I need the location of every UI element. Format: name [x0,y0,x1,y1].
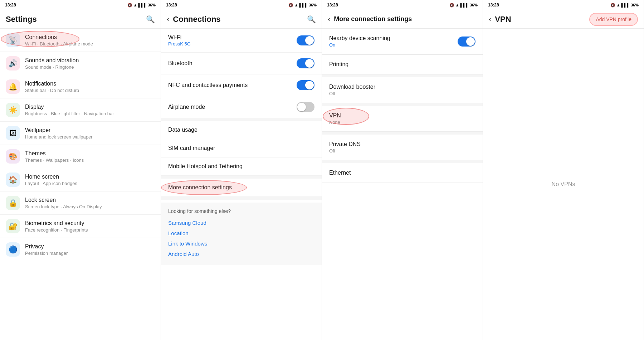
settings-item-display[interactable]: ☀️ Display Brightness · Blue light filte… [0,98,161,122]
settings-item-homescreen[interactable]: 🏠 Home screen Layout · App icon badges [0,168,161,191]
lockscreen-title: Lock screen [25,196,155,204]
privacy-icon: 🔵 [6,242,20,257]
add-vpn-profile-button[interactable]: Add VPN profile [589,13,638,26]
more-text: More connection settings [168,184,314,191]
sounds-title: Sounds and vibration [25,57,155,64]
top-bar-more: ‹ More connection settings [322,10,483,29]
vpn-subtitle: None [329,120,475,125]
panel-vpn: 13:28 🔇 ▲ ▌▌▌ 36% ‹ VPN Add VPN profile … [483,0,644,340]
p3-ethernet[interactable]: Ethernet [322,163,483,183]
mute-icon-4: 🔇 [610,3,615,8]
battery-2: 36% [309,3,317,7]
section-divider-3 [322,132,483,135]
conn-nfc[interactable]: NFC and contactless payments [161,74,322,96]
hotspot-title: Mobile Hotspot and Tethering [168,163,314,170]
conn-hotspot[interactable]: Mobile Hotspot and Tethering [161,157,322,176]
simcard-title: SIM card manager [168,145,314,151]
panel-connections: 13:28 🔇 ▲ ▌▌▌ 36% ‹ Connections 🔍 Wi-Fi … [161,0,322,340]
lockscreen-text: Lock screen Screen lock type · Always On… [25,196,155,210]
wifi-toggle[interactable] [297,35,314,45]
wifi-title: Wi-Fi [168,34,297,41]
conn-bluetooth[interactable]: Bluetooth [161,53,322,74]
conn-more[interactable]: More connection settings [161,179,322,197]
airplane-title: Airplane mode [168,104,297,110]
nfc-title: NFC and contactless payments [168,82,297,88]
nearby-toggle[interactable] [458,37,475,47]
divider-1 [161,118,322,121]
conn-airplane[interactable]: Airplane mode [161,96,322,118]
themes-title: Themes [25,150,155,157]
connections-list: Wi-Fi PressK 5G Bluetooth NFC and contac… [161,29,322,340]
nfc-toggle[interactable] [297,80,314,90]
settings-item-sounds[interactable]: 🔊 Sounds and vibration Sound mode · Ring… [0,52,161,75]
settings-item-lockscreen[interactable]: 🔒 Lock screen Screen lock type · Always … [0,191,161,215]
looking-title: Looking for something else? [168,208,314,214]
simcard-text: SIM card manager [168,145,314,151]
sounds-text: Sounds and vibration Sound mode · Ringto… [25,57,155,70]
biometrics-icon: 🔐 [6,219,20,233]
notifications-title: Notifications [25,80,155,88]
status-bar-4: 13:28 🔇 ▲ ▌▌▌ 36% [483,0,644,10]
search-icon-connections[interactable]: 🔍 [307,15,316,24]
conn-simcard[interactable]: SIM card manager [161,139,322,157]
more-title: More connection settings [168,184,314,191]
biometrics-text: Biometrics and security Face recognition… [25,220,155,233]
settings-item-privacy[interactable]: 🔵 Privacy Permission manager [0,238,161,261]
link-location[interactable]: Location [168,228,314,238]
p3-vpn[interactable]: VPN None [322,106,483,132]
connections-subtitle: Wi-Fi · Bluetooth · Airplane mode [25,41,155,47]
panel-settings: 13:28 🔇 ▲ ▌▌▌ 36% Settings 🔍 📡 Connectio… [0,0,161,340]
settings-list: 📡 Connections Wi-Fi · Bluetooth · Airpla… [0,29,161,340]
vpn-title: VPN [329,112,475,119]
settings-item-notifications[interactable]: 🔔 Notifications Status bar · Do not dist… [0,75,161,98]
wallpaper-title: Wallpaper [25,127,155,134]
themes-text: Themes Themes · Wallpapers · Icons [25,150,155,163]
p3-privatedns[interactable]: Private DNS Off [322,135,483,160]
divider-2 [161,176,322,179]
top-bar-connections: ‹ Connections 🔍 [161,10,322,29]
wallpaper-icon: 🖼 [6,126,20,140]
back-button-more[interactable]: ‹ [328,15,330,24]
airplane-toggle[interactable] [297,102,314,112]
status-icons-4: 🔇 ▲ ▌▌▌ 36% [610,3,639,8]
link-android-auto[interactable]: Android Auto [168,249,314,259]
dlbooster-title: Download booster [329,84,475,90]
wifi-subtitle: PressK 5G [168,41,297,47]
more-connections-list: Nearby device scanning On Printing Downl… [322,29,483,340]
status-time-2: 13:28 [166,3,177,8]
wallpaper-subtitle: Home and lock screen wallpaper [25,134,155,140]
back-button-vpn[interactable]: ‹ [489,15,491,24]
conn-datausage[interactable]: Data usage [161,121,322,139]
display-icon: ☀️ [6,103,20,117]
back-button-connections[interactable]: ‹ [167,15,169,24]
settings-item-themes[interactable]: 🎨 Themes Themes · Wallpapers · Icons [0,145,161,168]
homescreen-title: Home screen [25,173,155,181]
settings-item-biometrics[interactable]: 🔐 Biometrics and security Face recogniti… [0,215,161,238]
settings-item-connections[interactable]: 📡 Connections Wi-Fi · Bluetooth · Airpla… [0,29,161,52]
p3-printing[interactable]: Printing [322,55,483,74]
link-samsung-cloud[interactable]: Samsung Cloud [168,218,314,228]
mute-icon-3: 🔇 [449,3,454,8]
bluetooth-toggle[interactable] [297,58,314,68]
biometrics-subtitle: Face recognition · Fingerprints [25,227,155,233]
settings-item-wallpaper[interactable]: 🖼 Wallpaper Home and lock screen wallpap… [0,122,161,145]
search-icon-settings[interactable]: 🔍 [146,15,155,24]
conn-wifi[interactable]: Wi-Fi PressK 5G [161,29,322,53]
p3-dlbooster[interactable]: Download booster Off [322,77,483,103]
sounds-subtitle: Sound mode · Ringtone [25,64,155,70]
bluetooth-title: Bluetooth [168,60,297,67]
airplane-text: Airplane mode [168,104,297,110]
wifi-icon-3: ▲ [455,3,459,7]
divider-3 [161,197,322,200]
sounds-icon: 🔊 [6,56,20,71]
dlbooster-text: Download booster Off [329,84,475,96]
biometrics-title: Biometrics and security [25,220,155,227]
dlbooster-subtitle: Off [329,91,475,96]
ethernet-title: Ethernet [329,170,475,176]
link-to-windows[interactable]: Link to Windows [168,238,314,249]
mute-icon-1: 🔇 [127,3,132,8]
status-time-3: 13:28 [327,3,338,8]
battery-1: 36% [148,3,156,7]
panel-more-connections: 13:28 🔇 ▲ ▌▌▌ 36% ‹ More connection sett… [322,0,483,340]
p3-nearby[interactable]: Nearby device scanning On [322,29,483,54]
